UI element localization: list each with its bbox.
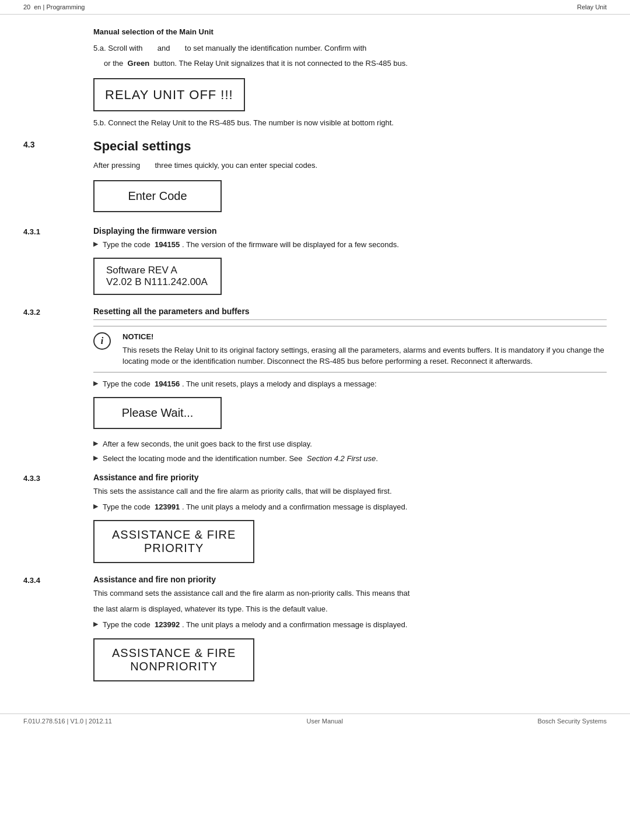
footer-left: F.01U.278.516 | V1.0 | 2012.11 [23, 718, 112, 725]
nonpriority-display-line2: NONPRIORITY [112, 660, 236, 673]
section-4-3-3-bullet-text: Type the code 123991 . The unit plays a … [103, 501, 607, 513]
code-123992: 123992 [155, 620, 180, 629]
firmware-display: Software REV A V2.02 B N111.242.00A [93, 258, 222, 295]
page: 20 en | Programming Relay Unit Manual se… [0, 0, 630, 728]
notice-icon: i [93, 331, 123, 367]
code-194156: 194156 [155, 379, 180, 388]
please-wait-display: Please Wait... [93, 397, 222, 429]
firmware-display-line2: V2.02 B N111.242.00A [106, 276, 209, 288]
step-5b-text: 5.b. Connect the Relay Unit to the RS-48… [93, 117, 607, 129]
section-4-3-3-content: Assistance and fire priority This sets t… [93, 473, 607, 569]
page-header: 20 en | Programming Relay Unit [0, 0, 630, 15]
section-4-3-1-num: 4.3.1 [23, 226, 93, 301]
firmware-display-line1: Software REV A [106, 265, 209, 276]
info-icon: i [93, 332, 111, 350]
header-section: en | Programming [34, 3, 85, 10]
section-ref: Section 4.2 First use [307, 454, 376, 463]
step-5a-cont-text: or the Green button. The Relay Unit sign… [93, 58, 607, 70]
section-4-3-3-bullet: ▶ Type the code 123991 . The unit plays … [93, 501, 607, 513]
header-left: 20 en | Programming [23, 3, 85, 10]
section-4-3-4-intro1: This command sets the assistance call an… [93, 588, 607, 600]
section-4-3-4-bullet-text: Type the code 123992 . The unit plays a … [103, 619, 607, 631]
manual-selection-title: Manual selection of the Main Unit [93, 26, 607, 38]
manual-selection-content: Manual selection of the Main Unit 5.a. S… [93, 26, 607, 133]
section-4-3-4-content: Assistance and fire non priority This co… [93, 575, 607, 687]
footer-right: Bosch Security Systems [537, 718, 607, 725]
section-4-3-4-title: Assistance and fire non priority [93, 575, 607, 584]
notice-body: This resets the Relay Unit to its origin… [123, 346, 604, 366]
bullet-arrow-icon-3: ▶ [93, 440, 98, 447]
section-4-3-1: 4.3.1 Displaying the firmware version ▶ … [23, 226, 607, 301]
footer-center: User Manual [306, 718, 342, 725]
header-right: Relay Unit [577, 3, 607, 10]
manual-selection-block: Manual selection of the Main Unit 5.a. S… [23, 26, 607, 133]
green-label: Green [128, 59, 150, 68]
section-4-3-4-bullet: ▶ Type the code 123992 . The unit plays … [93, 619, 607, 631]
section-4-3-3-title: Assistance and fire priority [93, 473, 607, 482]
assistance-display-line1: ASSISTANCE & FIRE [112, 528, 236, 542]
step-5a-text: 5.a. Scroll with and to set manually the… [93, 43, 607, 55]
code-123991: 123991 [155, 502, 180, 511]
bullet-arrow-icon-5: ▶ [93, 502, 98, 510]
page-number: 20 [23, 3, 30, 10]
bullet-arrow-icon-4: ▶ [93, 454, 98, 462]
enter-code-display: Enter Code [93, 180, 222, 212]
section-4-3-4-num: 4.3.4 [23, 575, 93, 687]
code-194155: 194155 [155, 240, 180, 249]
section-4-3-2: 4.3.2 Resetting all the parameters and b… [23, 307, 607, 467]
notice-text: NOTICE! This resets the Relay Unit to it… [123, 331, 607, 367]
relay-off-display: RELAY UNIT OFF !!! [93, 78, 245, 111]
section-4-3-3-num: 4.3.3 [23, 473, 93, 569]
section-4-3-2-title: Resetting all the parameters and buffers [93, 307, 607, 316]
section-4-3-2-num: 4.3.2 [23, 307, 93, 467]
indent-spacer [23, 26, 93, 133]
notice-label: NOTICE! [123, 331, 607, 343]
section-4-3-3-intro: This sets the assistance call and the fi… [93, 486, 607, 498]
section-4-3-1-title: Displaying the firmware version [93, 226, 607, 236]
section-4-3-4: 4.3.4 Assistance and fire non priority T… [23, 575, 607, 687]
section-4-3-2-content: Resetting all the parameters and buffers… [93, 307, 607, 467]
assistance-display-line2: PRIORITY [112, 542, 236, 555]
section-4-3-2-bullet2a-text: After a few seconds, the unit goes back … [103, 438, 607, 450]
section-4-3-2-bullet2a: ▶ After a few seconds, the unit goes bac… [93, 438, 607, 450]
section-4-3-2-bullet2b-text: Select the locating mode and the identif… [103, 453, 607, 465]
page-footer: F.01U.278.516 | V1.0 | 2012.11 User Manu… [0, 714, 630, 728]
section-4-3-1-content: Displaying the firmware version ▶ Type t… [93, 226, 607, 301]
bullet-arrow-icon-6: ▶ [93, 620, 98, 628]
main-content: Manual selection of the Main Unit 5.a. S… [0, 15, 630, 728]
section-4-3: 4.3 Special settings After pressing thre… [23, 139, 607, 218]
section-4-3-num: 4.3 [23, 139, 93, 218]
notice-box: i NOTICE! This resets the Relay Unit to … [93, 326, 607, 372]
bullet-arrow-icon-2: ▶ [93, 379, 98, 387]
assistance-fire-priority-display: ASSISTANCE & FIRE PRIORITY [93, 520, 254, 563]
section-4-3-2-bullet: ▶ Type the code 194156 . The unit resets… [93, 378, 607, 390]
section-4-3-3: 4.3.3 Assistance and fire priority This … [23, 473, 607, 569]
section-4-3-content: Special settings After pressing three ti… [93, 139, 607, 218]
bullet-arrow-icon: ▶ [93, 240, 98, 248]
section-4-3-intro: After pressing three times quickly, you … [93, 160, 607, 172]
notice-divider-top [93, 319, 607, 320]
assistance-fire-nonpriority-display: ASSISTANCE & FIRE NONPRIORITY [93, 638, 254, 681]
nonpriority-display-line1: ASSISTANCE & FIRE [112, 646, 236, 660]
section-4-3-title: Special settings [93, 139, 607, 154]
section-4-3-2-bullet2b: ▶ Select the locating mode and the ident… [93, 453, 607, 465]
section-4-3-4-intro2: the last alarm is displayed, whatever it… [93, 603, 607, 616]
section-4-3-1-bullet-text: Type the code 194155 . The version of th… [103, 239, 607, 251]
section-4-3-2-bullet-text: Type the code 194156 . The unit resets, … [103, 378, 607, 390]
section-4-3-1-bullet: ▶ Type the code 194155 . The version of … [93, 239, 607, 251]
